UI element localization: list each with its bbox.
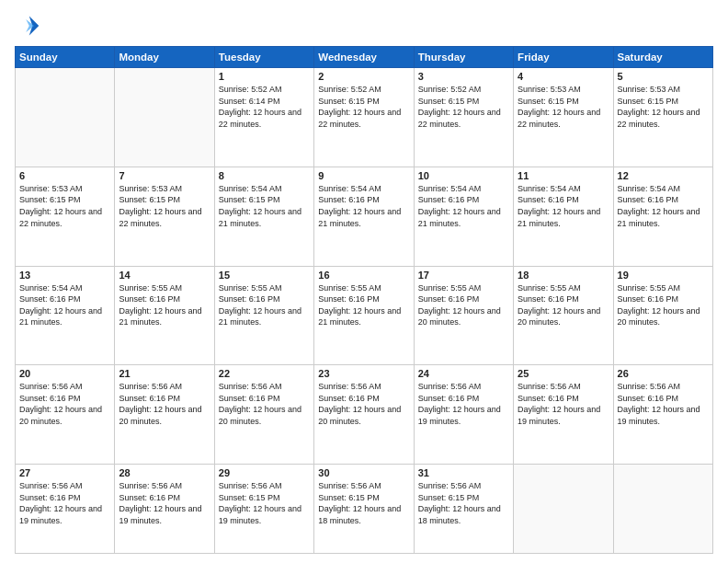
calendar-week-1: 1Sunrise: 5:52 AM Sunset: 6:14 PM Daylig… <box>16 68 713 167</box>
day-number: 28 <box>119 467 210 478</box>
day-number: 30 <box>318 467 409 478</box>
day-info: Sunrise: 5:52 AM Sunset: 6:15 PM Dayligh… <box>418 84 509 130</box>
day-number: 16 <box>318 270 409 281</box>
calendar-cell: 21Sunrise: 5:56 AM Sunset: 6:16 PM Dayli… <box>115 365 214 465</box>
calendar-cell: 28Sunrise: 5:56 AM Sunset: 6:16 PM Dayli… <box>115 465 214 554</box>
day-info: Sunrise: 5:52 AM Sunset: 6:15 PM Dayligh… <box>318 84 409 130</box>
header <box>15 13 713 39</box>
weekday-header-friday: Friday <box>514 47 613 68</box>
day-info: Sunrise: 5:56 AM Sunset: 6:15 PM Dayligh… <box>418 480 509 526</box>
day-number: 13 <box>19 270 110 281</box>
calendar-week-5: 27Sunrise: 5:56 AM Sunset: 6:16 PM Dayli… <box>16 465 713 554</box>
calendar-cell: 13Sunrise: 5:54 AM Sunset: 6:16 PM Dayli… <box>16 266 115 365</box>
day-number: 19 <box>618 270 709 281</box>
day-info: Sunrise: 5:54 AM Sunset: 6:16 PM Dayligh… <box>618 183 709 229</box>
day-number: 11 <box>518 170 609 181</box>
calendar-cell: 29Sunrise: 5:56 AM Sunset: 6:15 PM Dayli… <box>214 465 313 554</box>
weekday-header-monday: Monday <box>115 47 214 68</box>
calendar-cell <box>115 68 214 167</box>
day-info: Sunrise: 5:52 AM Sunset: 6:14 PM Dayligh… <box>219 84 310 130</box>
calendar-cell: 30Sunrise: 5:56 AM Sunset: 6:15 PM Dayli… <box>314 465 414 554</box>
calendar-table: SundayMondayTuesdayWednesdayThursdayFrid… <box>15 46 713 554</box>
calendar-cell: 5Sunrise: 5:53 AM Sunset: 6:15 PM Daylig… <box>613 68 712 167</box>
day-info: Sunrise: 5:53 AM Sunset: 6:15 PM Dayligh… <box>19 183 110 229</box>
day-number: 5 <box>618 71 709 82</box>
day-info: Sunrise: 5:56 AM Sunset: 6:16 PM Dayligh… <box>618 381 709 427</box>
day-number: 12 <box>618 170 709 181</box>
day-number: 24 <box>418 368 509 379</box>
calendar-cell: 2Sunrise: 5:52 AM Sunset: 6:15 PM Daylig… <box>314 68 414 167</box>
calendar-cell: 12Sunrise: 5:54 AM Sunset: 6:16 PM Dayli… <box>613 167 712 266</box>
day-number: 29 <box>219 467 310 478</box>
calendar-cell: 26Sunrise: 5:56 AM Sunset: 6:16 PM Dayli… <box>613 365 712 465</box>
calendar-cell: 14Sunrise: 5:55 AM Sunset: 6:16 PM Dayli… <box>115 266 214 365</box>
calendar-cell: 4Sunrise: 5:53 AM Sunset: 6:15 PM Daylig… <box>514 68 613 167</box>
day-number: 26 <box>618 368 709 379</box>
day-number: 21 <box>119 368 210 379</box>
calendar-cell: 19Sunrise: 5:55 AM Sunset: 6:16 PM Dayli… <box>613 266 712 365</box>
calendar-cell: 15Sunrise: 5:55 AM Sunset: 6:16 PM Dayli… <box>214 266 313 365</box>
calendar-week-4: 20Sunrise: 5:56 AM Sunset: 6:16 PM Dayli… <box>16 365 713 465</box>
day-info: Sunrise: 5:54 AM Sunset: 6:16 PM Dayligh… <box>19 282 110 328</box>
day-number: 15 <box>219 270 310 281</box>
day-info: Sunrise: 5:56 AM Sunset: 6:16 PM Dayligh… <box>19 480 110 526</box>
day-info: Sunrise: 5:56 AM Sunset: 6:16 PM Dayligh… <box>119 480 210 526</box>
calendar-cell: 6Sunrise: 5:53 AM Sunset: 6:15 PM Daylig… <box>16 167 115 266</box>
calendar-cell <box>16 68 115 167</box>
day-number: 31 <box>418 467 509 478</box>
calendar-cell <box>613 465 712 554</box>
day-info: Sunrise: 5:56 AM Sunset: 6:15 PM Dayligh… <box>219 480 310 526</box>
day-number: 6 <box>19 170 110 181</box>
day-number: 17 <box>418 270 509 281</box>
calendar-cell: 25Sunrise: 5:56 AM Sunset: 6:16 PM Dayli… <box>514 365 613 465</box>
day-info: Sunrise: 5:53 AM Sunset: 6:15 PM Dayligh… <box>119 183 210 229</box>
day-info: Sunrise: 5:56 AM Sunset: 6:16 PM Dayligh… <box>518 381 609 427</box>
day-number: 27 <box>19 467 110 478</box>
calendar-cell: 7Sunrise: 5:53 AM Sunset: 6:15 PM Daylig… <box>115 167 214 266</box>
day-info: Sunrise: 5:55 AM Sunset: 6:16 PM Dayligh… <box>119 282 210 328</box>
day-info: Sunrise: 5:55 AM Sunset: 6:16 PM Dayligh… <box>318 282 409 328</box>
weekday-header-wednesday: Wednesday <box>314 47 414 68</box>
day-number: 7 <box>119 170 210 181</box>
day-info: Sunrise: 5:56 AM Sunset: 6:16 PM Dayligh… <box>119 381 210 427</box>
calendar-cell: 24Sunrise: 5:56 AM Sunset: 6:16 PM Dayli… <box>414 365 513 465</box>
day-info: Sunrise: 5:55 AM Sunset: 6:16 PM Dayligh… <box>618 282 709 328</box>
calendar-cell: 22Sunrise: 5:56 AM Sunset: 6:16 PM Dayli… <box>214 365 313 465</box>
calendar-cell: 31Sunrise: 5:56 AM Sunset: 6:15 PM Dayli… <box>414 465 513 554</box>
weekday-header-thursday: Thursday <box>414 47 513 68</box>
day-info: Sunrise: 5:56 AM Sunset: 6:15 PM Dayligh… <box>318 480 409 526</box>
calendar-cell: 3Sunrise: 5:52 AM Sunset: 6:15 PM Daylig… <box>414 68 513 167</box>
calendar-week-3: 13Sunrise: 5:54 AM Sunset: 6:16 PM Dayli… <box>16 266 713 365</box>
logo-icon <box>15 13 40 39</box>
day-info: Sunrise: 5:54 AM Sunset: 6:16 PM Dayligh… <box>418 183 509 229</box>
day-number: 10 <box>418 170 509 181</box>
weekday-header-sunday: Sunday <box>16 47 115 68</box>
day-number: 14 <box>119 270 210 281</box>
day-info: Sunrise: 5:56 AM Sunset: 6:16 PM Dayligh… <box>418 381 509 427</box>
calendar-cell <box>514 465 613 554</box>
day-number: 20 <box>19 368 110 379</box>
day-info: Sunrise: 5:56 AM Sunset: 6:16 PM Dayligh… <box>19 381 110 427</box>
day-number: 8 <box>219 170 310 181</box>
day-number: 22 <box>219 368 310 379</box>
logo <box>15 13 44 39</box>
calendar-cell: 23Sunrise: 5:56 AM Sunset: 6:16 PM Dayli… <box>314 365 414 465</box>
calendar-week-2: 6Sunrise: 5:53 AM Sunset: 6:15 PM Daylig… <box>16 167 713 266</box>
day-info: Sunrise: 5:53 AM Sunset: 6:15 PM Dayligh… <box>618 84 709 130</box>
weekday-header-row: SundayMondayTuesdayWednesdayThursdayFrid… <box>16 47 713 68</box>
day-number: 4 <box>518 71 609 82</box>
day-number: 2 <box>318 71 409 82</box>
day-info: Sunrise: 5:56 AM Sunset: 6:16 PM Dayligh… <box>318 381 409 427</box>
calendar-cell: 9Sunrise: 5:54 AM Sunset: 6:16 PM Daylig… <box>314 167 414 266</box>
day-info: Sunrise: 5:55 AM Sunset: 6:16 PM Dayligh… <box>518 282 609 328</box>
calendar-cell: 1Sunrise: 5:52 AM Sunset: 6:14 PM Daylig… <box>214 68 313 167</box>
page: SundayMondayTuesdayWednesdayThursdayFrid… <box>0 0 728 563</box>
calendar-body: 1Sunrise: 5:52 AM Sunset: 6:14 PM Daylig… <box>16 68 713 554</box>
weekday-header-tuesday: Tuesday <box>214 47 313 68</box>
day-info: Sunrise: 5:55 AM Sunset: 6:16 PM Dayligh… <box>418 282 509 328</box>
calendar-cell: 20Sunrise: 5:56 AM Sunset: 6:16 PM Dayli… <box>16 365 115 465</box>
day-info: Sunrise: 5:56 AM Sunset: 6:16 PM Dayligh… <box>219 381 310 427</box>
day-info: Sunrise: 5:55 AM Sunset: 6:16 PM Dayligh… <box>219 282 310 328</box>
calendar-cell: 16Sunrise: 5:55 AM Sunset: 6:16 PM Dayli… <box>314 266 414 365</box>
day-number: 18 <box>518 270 609 281</box>
